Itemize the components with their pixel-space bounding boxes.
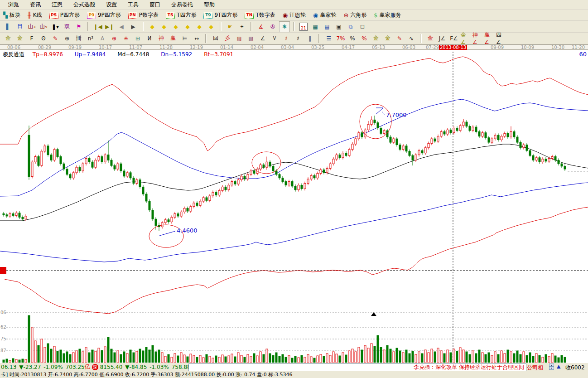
percent-strike-icon[interactable]: 7% xyxy=(335,33,346,44)
angle-fan-icon[interactable]: ∠ xyxy=(257,33,268,44)
gold-level-icon[interactable]: 金 xyxy=(382,33,393,44)
menu-item-4[interactable]: 设置 xyxy=(101,0,122,10)
angle-measure-icon[interactable]: ∡ xyxy=(255,21,266,32)
calendar-icon[interactable]: 21 xyxy=(298,21,309,32)
candle-style-icon[interactable]: ❚▾ xyxy=(50,21,61,32)
volume-bar xyxy=(215,356,217,363)
quote-list-icon[interactable]: 目 xyxy=(14,21,25,32)
time-grid-icon[interactable]: ♯ xyxy=(293,33,304,44)
f-ruler-icon[interactable]: F xyxy=(26,33,37,44)
go-last-icon[interactable]: ▶❙ xyxy=(104,21,115,32)
tool-p-square[interactable]: PSP四方形 xyxy=(48,11,81,19)
circle-cross-icon[interactable]: ⊕ xyxy=(109,33,120,44)
parallel-lines-icon[interactable]: ∥ xyxy=(304,33,315,44)
square-web-icon[interactable]: ⊞ xyxy=(132,33,143,44)
price-grid-icon[interactable]: ♯ xyxy=(281,33,292,44)
tool-t9-square[interactable]: T99T四方形 xyxy=(202,11,239,19)
save-icon[interactable]: ▣ xyxy=(333,21,344,32)
chart-area[interactable]: 极反通道 Tp=8.9976Up=7.9484Md=6.7448Dn=5.159… xyxy=(0,50,588,363)
brush-tool-icon[interactable]: ✎ xyxy=(50,33,61,44)
n-square-icon[interactable]: n² xyxy=(85,33,96,44)
news-ticker-input[interactable]: 李克强：深化改革 保持经济运行处于合理区间 xyxy=(188,363,526,371)
diamond-h-expand-icon[interactable]: ◆ xyxy=(170,21,181,32)
percent-icon[interactable]: % xyxy=(347,33,358,44)
tool-blocks[interactable]: ▚板块 xyxy=(2,11,22,19)
bars-9-icon[interactable]: 山₉ xyxy=(38,21,49,32)
tool-t-square[interactable]: TST四方形 xyxy=(164,11,198,19)
go-first-icon[interactable]: ❙◀ xyxy=(92,21,103,32)
network-icon[interactable]: ⧉ xyxy=(345,21,356,32)
menu-item-6[interactable]: 窗口 xyxy=(144,0,166,10)
notes-icon[interactable]: ▤ xyxy=(322,21,333,32)
calculator-icon[interactable]: ▦ xyxy=(310,21,321,32)
tool-t-number[interactable]: TNT数字表 xyxy=(243,11,276,19)
pen-mark-icon[interactable]: ✎ xyxy=(394,33,405,44)
gold-angle-icon[interactable]: 金∠ xyxy=(460,33,471,44)
tool-winner-wheel[interactable]: ◉赢家轮 xyxy=(312,11,337,19)
mirror-fold-icon[interactable]: A xyxy=(97,33,108,44)
go-next-icon[interactable]: ▶ xyxy=(128,21,139,32)
menu-item-0[interactable]: 浏览 xyxy=(3,0,24,10)
rays-icon[interactable]: 彡 xyxy=(222,33,233,44)
tool-p-number[interactable]: PNP数字表 xyxy=(127,11,160,19)
rays-square-icon[interactable]: ▨ xyxy=(234,33,245,44)
hand-drag-icon[interactable]: ☛ xyxy=(225,21,236,32)
gold-fan-2-icon[interactable]: 金 xyxy=(14,33,25,44)
tool-p9-square[interactable]: P99P四方形 xyxy=(86,11,122,19)
gann-wheel-mini-icon[interactable]: ⊕ xyxy=(62,33,72,44)
time-comb-icon[interactable]: 卌 xyxy=(73,33,84,44)
spinner-up-icon[interactable]: ▴ xyxy=(549,363,554,367)
volume-bar xyxy=(516,351,518,363)
tool-hexagon[interactable]: ⊛六角形 xyxy=(342,11,368,19)
percent-line-icon[interactable]: % xyxy=(359,33,370,44)
f-angle-icon[interactable]: F∠ xyxy=(448,33,459,44)
win-angle-icon[interactable]: 赢∠ xyxy=(484,33,495,44)
menu-item-5[interactable]: 工具 xyxy=(122,0,144,10)
gold-underline-icon[interactable]: 金 xyxy=(425,33,436,44)
crosshair-icon[interactable]: ＋ xyxy=(236,21,247,32)
menu-item-7[interactable]: 交易委托 xyxy=(166,0,198,10)
span-measure-icon[interactable]: ↔ xyxy=(191,33,202,44)
shape-tool-icon[interactable]: ✇ xyxy=(267,21,278,32)
tool-gann-wheel[interactable]: ◉江恩轮 xyxy=(281,11,307,19)
indicator-list-icon[interactable]: ☰ xyxy=(323,33,334,44)
win-box-icon[interactable]: 赢 xyxy=(168,33,178,44)
mark-double-icon[interactable]: 双 xyxy=(62,21,72,32)
diamond-plus-icon[interactable]: ◆ xyxy=(206,21,217,32)
ticker-spinner[interactable]: ▴ ▾ xyxy=(549,363,554,370)
toolbar-separator xyxy=(251,22,252,31)
j-angle-icon[interactable]: J∠ xyxy=(437,33,448,44)
diamond-left-icon[interactable]: ◆ xyxy=(147,21,158,32)
spiral-icon[interactable]: ʘ xyxy=(38,33,49,44)
band-line-Dn xyxy=(0,183,588,262)
shen-angle-icon[interactable]: 神∠ xyxy=(472,33,483,44)
tool-winner-service[interactable]: $赢家服务 xyxy=(372,11,402,19)
flag-levels-icon[interactable]: ⚑ xyxy=(73,21,84,32)
go-prev-icon[interactable]: ◀ xyxy=(116,21,127,32)
wave-tool-icon[interactable]: ∿ xyxy=(406,33,417,44)
tool-kline[interactable]: ╫K线 xyxy=(26,11,43,19)
print-icon[interactable]: ⊟ xyxy=(357,21,368,32)
k-mark-icon[interactable]: И xyxy=(144,33,155,44)
bars-3-icon[interactable]: 山₃ xyxy=(26,21,37,32)
gold-circle-icon[interactable]: 金 xyxy=(371,33,381,44)
diamond-star-icon[interactable]: ◆ xyxy=(194,21,205,32)
region-tool-icon[interactable]: ❃ xyxy=(279,21,290,32)
boxed-square-icon[interactable]: 回 xyxy=(210,33,221,44)
gold-fan-1-icon[interactable]: 金 xyxy=(3,33,14,44)
spinner-down-icon[interactable]: ▾ xyxy=(549,367,554,370)
shen-comb-icon[interactable]: 神 xyxy=(156,33,167,44)
menu-item-2[interactable]: 江恩 xyxy=(46,0,68,10)
rays-grid-icon[interactable]: ▧ xyxy=(246,33,256,44)
v-waves-icon[interactable]: Ｖ xyxy=(269,33,280,44)
t-square-badge-icon: TS xyxy=(166,12,175,19)
diamond-right-icon[interactable]: ◆ xyxy=(159,21,169,32)
number-ruler-icon[interactable]: ⊨ xyxy=(179,33,190,44)
diamond-cross-icon[interactable]: ◆ xyxy=(182,21,193,32)
radial-web-icon[interactable]: ✳ xyxy=(120,33,131,44)
menu-item-8[interactable]: 帮助 xyxy=(198,0,220,10)
menu-item-1[interactable]: 资讯 xyxy=(24,0,46,10)
four-angle-icon[interactable]: 四∠ xyxy=(496,33,506,44)
menu-item-3[interactable]: 公式选股 xyxy=(68,0,101,10)
edge-partial-icon[interactable]: ▌ xyxy=(3,21,14,32)
